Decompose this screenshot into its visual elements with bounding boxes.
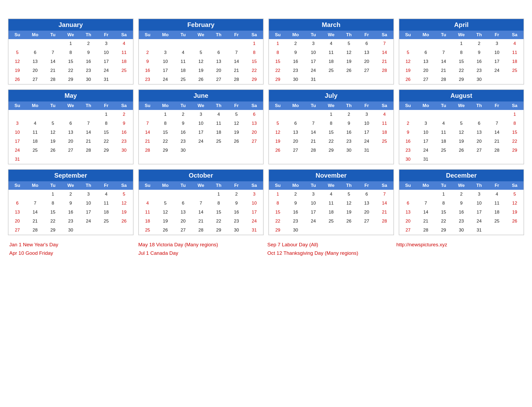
day-cell: 30 bbox=[452, 226, 470, 235]
day-cell-empty bbox=[470, 110, 488, 119]
month-block-december: DecemberSuMoTuWeThFrSa123456789101112131… bbox=[399, 169, 524, 235]
day-cell: 2 bbox=[340, 110, 358, 119]
day-cell: 6 bbox=[358, 39, 375, 48]
day-cell: 28 bbox=[80, 146, 97, 155]
day-cell: 21 bbox=[26, 217, 44, 226]
day-cell: 5 bbox=[452, 119, 470, 128]
day-header-fr: Fr bbox=[488, 31, 506, 39]
day-cell: 13 bbox=[399, 208, 417, 217]
day-header-we: We bbox=[322, 181, 340, 190]
month-header-august: August bbox=[399, 90, 524, 101]
day-cell: 17 bbox=[488, 57, 506, 66]
day-cell: 27 bbox=[8, 226, 26, 235]
day-cell: 18 bbox=[174, 66, 192, 75]
day-cell: 18 bbox=[322, 57, 340, 66]
day-cell: 25 bbox=[488, 217, 506, 226]
day-cell: 15 bbox=[210, 208, 227, 217]
holiday-col-2: Sep 7 Labour Day (All)Oct 12 Thanksgivin… bbox=[267, 240, 394, 258]
day-cell: 15 bbox=[97, 128, 115, 137]
month-block-march: MarchSuMoTuWeThFrSa123456789101112131415… bbox=[268, 18, 394, 85]
day-cell: 7 bbox=[304, 119, 322, 128]
day-cell: 23 bbox=[287, 217, 304, 226]
day-cell: 14 bbox=[375, 199, 393, 208]
day-cell: 13 bbox=[8, 208, 26, 217]
day-cell: 18 bbox=[488, 208, 506, 217]
day-header-tu: Tu bbox=[304, 31, 322, 39]
day-cell: 16 bbox=[139, 66, 157, 75]
day-header-su: Su bbox=[399, 181, 417, 190]
day-header-tu: Tu bbox=[435, 181, 452, 190]
day-cell: 15 bbox=[44, 208, 62, 217]
day-cell: 20 bbox=[8, 217, 26, 226]
day-cell: 23 bbox=[452, 217, 470, 226]
day-cell: 26 bbox=[506, 217, 524, 226]
day-cell: 14 bbox=[26, 208, 44, 217]
day-cell: 23 bbox=[287, 66, 304, 75]
month-header-june: June bbox=[139, 90, 263, 101]
day-cell: 8 bbox=[97, 119, 115, 128]
day-cell: 14 bbox=[80, 128, 97, 137]
day-cell: 25 bbox=[139, 226, 157, 235]
day-cell: 18 bbox=[139, 217, 157, 226]
day-cell: 20 bbox=[62, 137, 80, 146]
day-cell: 3 bbox=[192, 110, 210, 119]
day-cell: 7 bbox=[375, 190, 393, 199]
day-header-tu: Tu bbox=[44, 181, 62, 190]
day-header-sa: Sa bbox=[115, 101, 133, 110]
day-cell: 4 bbox=[506, 39, 524, 48]
day-cell: 11 bbox=[115, 48, 133, 57]
day-cell: 5 bbox=[340, 190, 358, 199]
day-cell: 4 bbox=[26, 119, 44, 128]
day-header-su: Su bbox=[269, 181, 287, 190]
day-cell: 1 bbox=[506, 110, 524, 119]
day-cell: 2 bbox=[139, 48, 157, 57]
day-header-fr: Fr bbox=[228, 181, 245, 190]
day-header-fr: Fr bbox=[97, 181, 115, 190]
day-cell: 18 bbox=[210, 128, 227, 137]
day-cell: 12 bbox=[192, 57, 210, 66]
day-cell-empty bbox=[139, 110, 157, 119]
day-cell: 20 bbox=[470, 137, 488, 146]
day-cell: 20 bbox=[210, 66, 227, 75]
day-cell: 5 bbox=[192, 48, 210, 57]
day-header-sa: Sa bbox=[245, 31, 263, 39]
day-cell: 30 bbox=[340, 146, 358, 155]
day-cell: 21 bbox=[228, 66, 245, 75]
day-cell: 14 bbox=[304, 128, 322, 137]
day-header-tu: Tu bbox=[435, 31, 452, 39]
month-block-april: AprilSuMoTuWeThFrSa123456789101112131415… bbox=[399, 18, 524, 85]
day-cell: 22 bbox=[44, 217, 62, 226]
day-header-th: Th bbox=[470, 101, 488, 110]
day-header-mo: Mo bbox=[26, 181, 44, 190]
day-header-tu: Tu bbox=[44, 31, 62, 39]
month-header-february: February bbox=[139, 19, 263, 31]
day-cell: 11 bbox=[375, 119, 393, 128]
day-cell: 8 bbox=[245, 48, 263, 57]
day-cell: 28 bbox=[375, 66, 393, 75]
day-cell: 29 bbox=[506, 146, 524, 155]
day-cell: 28 bbox=[435, 75, 452, 84]
day-cell: 13 bbox=[210, 57, 227, 66]
day-cell: 18 bbox=[435, 137, 452, 146]
day-header-we: We bbox=[192, 101, 210, 110]
day-cell: 11 bbox=[506, 48, 524, 57]
day-cell: 28 bbox=[26, 226, 44, 235]
day-header-sa: Sa bbox=[115, 31, 133, 39]
day-cell: 30 bbox=[80, 75, 97, 84]
day-cell: 18 bbox=[26, 137, 44, 146]
month-header-january: January bbox=[8, 19, 133, 31]
day-cell: 26 bbox=[115, 217, 133, 226]
day-cell: 7 bbox=[44, 48, 62, 57]
day-cell: 23 bbox=[228, 217, 245, 226]
day-cell: 8 bbox=[157, 119, 174, 128]
day-cell: 27 bbox=[417, 75, 435, 84]
day-header-su: Su bbox=[139, 31, 157, 39]
day-cell: 11 bbox=[139, 208, 157, 217]
day-cell: 7 bbox=[488, 119, 506, 128]
day-cell: 6 bbox=[287, 119, 304, 128]
day-cell: 27 bbox=[287, 146, 304, 155]
day-cell: 17 bbox=[97, 57, 115, 66]
day-cell-empty bbox=[8, 190, 26, 199]
day-cell: 24 bbox=[192, 137, 210, 146]
day-cell: 28 bbox=[375, 217, 393, 226]
